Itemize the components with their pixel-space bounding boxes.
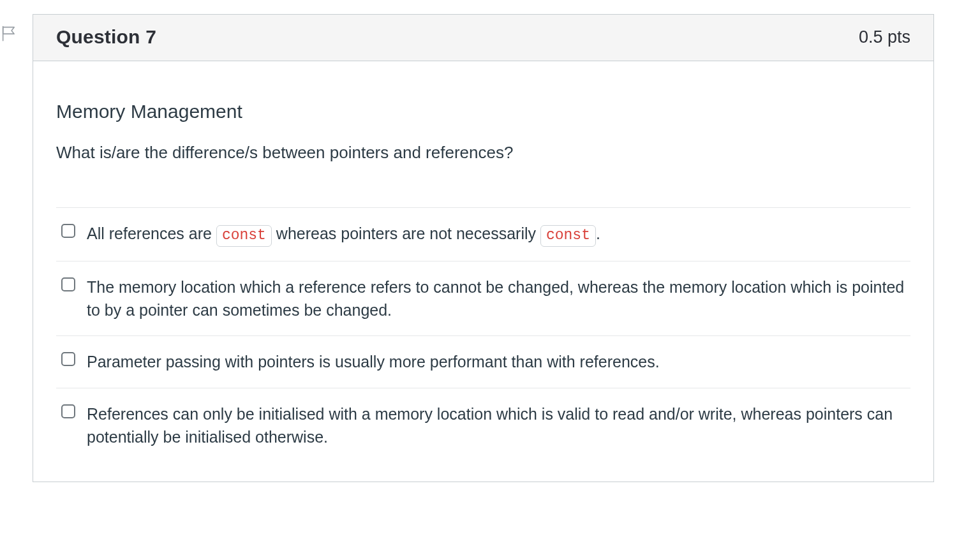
answer-text: The memory location which a reference re…: [87, 276, 905, 322]
code-keyword: const: [540, 225, 596, 247]
answer-text: References can only be initialised with …: [87, 402, 905, 449]
answer-option[interactable]: All references are const whereas pointer…: [56, 208, 910, 261]
question-title: Question 7: [56, 26, 156, 48]
question-prompt: What is/are the difference/s between poi…: [56, 142, 910, 164]
answer-option[interactable]: References can only be initialised with …: [56, 388, 910, 454]
checkbox[interactable]: [61, 277, 75, 291]
code-keyword: const: [216, 225, 272, 247]
question-topic: Memory Management: [56, 101, 910, 122]
flag-icon[interactable]: [0, 24, 18, 42]
answer-text: Parameter passing with pointers is usual…: [87, 350, 660, 373]
answer-options: All references are const whereas pointer…: [56, 207, 910, 453]
question-points: 0.5 pts: [859, 27, 910, 47]
answer-text: All references are const whereas pointer…: [87, 222, 600, 247]
question-header: Question 7 0.5 pts: [33, 15, 933, 61]
text-segment: All references are: [87, 224, 216, 242]
question-body: Memory Management What is/are the differ…: [33, 61, 933, 482]
checkbox[interactable]: [61, 404, 75, 418]
answer-option[interactable]: Parameter passing with pointers is usual…: [56, 336, 910, 388]
text-segment: .: [596, 224, 600, 242]
text-segment: whereas pointers are not necessarily: [272, 224, 540, 242]
checkbox[interactable]: [61, 224, 75, 238]
checkbox[interactable]: [61, 352, 75, 366]
answer-option[interactable]: The memory location which a reference re…: [56, 261, 910, 337]
question-card: Question 7 0.5 pts Memory Management Wha…: [33, 14, 934, 482]
